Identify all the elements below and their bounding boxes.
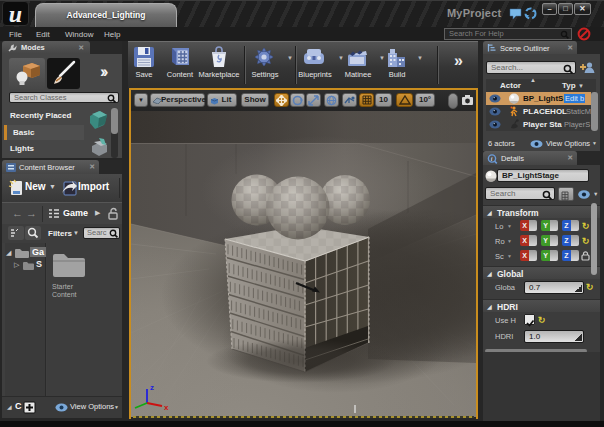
svg-text:x: x: [164, 403, 169, 412]
svg-text:z: z: [150, 383, 154, 392]
svg-text:i: i: [491, 156, 493, 162]
